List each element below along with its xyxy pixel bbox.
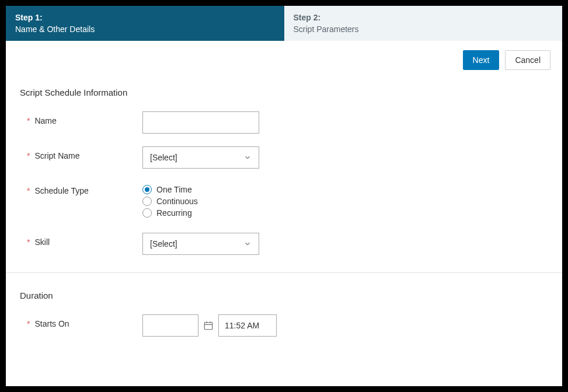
required-star: * [27, 319, 30, 328]
step2-title: Step 2: [294, 13, 553, 22]
row-schedule-type: * Schedule Type One Time Continuous Rec [20, 181, 548, 220]
schedule-type-radio-group: One Time Continuous Recurring [142, 181, 548, 218]
skill-selected: [Select] [150, 239, 243, 249]
required-star: * [27, 186, 30, 195]
start-date-input[interactable] [142, 314, 198, 337]
tab-step-1[interactable]: Step 1: Name & Other Details [6, 6, 284, 41]
skill-select[interactable]: [Select] [142, 233, 259, 255]
row-name: * Name [20, 111, 548, 134]
radio-continuous-label: Continuous [156, 197, 198, 206]
required-star: * [27, 237, 30, 247]
script-name-select[interactable]: [Select] [142, 146, 259, 169]
radio-icon [142, 208, 152, 218]
schedule-type-label: Schedule Type [34, 186, 88, 195]
script-name-label: Script Name [34, 151, 79, 160]
step2-subtitle: Script Parameters [294, 24, 553, 34]
cancel-button[interactable]: Cancel [505, 50, 550, 70]
radio-recurring-label: Recurring [156, 208, 192, 218]
section-duration: Duration * Starts On [6, 273, 562, 361]
tab-step-2[interactable]: Step 2: Script Parameters [284, 6, 563, 41]
name-input[interactable] [142, 111, 259, 134]
name-label: Name [34, 116, 56, 125]
radio-icon [142, 185, 152, 194]
radio-continuous[interactable]: Continuous [142, 197, 548, 206]
script-name-selected: [Select] [150, 153, 243, 162]
chevron-down-icon [243, 240, 252, 248]
radio-icon [142, 197, 152, 206]
required-star: * [27, 116, 30, 125]
chevron-down-icon [243, 153, 252, 162]
section-title-2: Duration [20, 290, 548, 300]
row-starts-on: * Starts On [20, 314, 548, 337]
start-time-value: 11:52 AM [225, 321, 259, 330]
next-button[interactable]: Next [463, 50, 500, 70]
start-time-input[interactable]: 11:52 AM [218, 314, 277, 337]
section-title-1: Script Schedule Information [20, 88, 548, 97]
radio-one-time[interactable]: One Time [142, 185, 548, 194]
required-star: * [27, 151, 30, 160]
step1-subtitle: Name & Other Details [15, 24, 275, 34]
radio-recurring[interactable]: Recurring [142, 208, 548, 218]
steps-header: Step 1: Name & Other Details Step 2: Scr… [6, 6, 562, 41]
action-bar: Next Cancel [6, 41, 562, 70]
step1-title: Step 1: [15, 13, 275, 22]
skill-label: Skill [34, 237, 50, 247]
radio-one-time-label: One Time [156, 185, 192, 194]
starts-on-label: Starts On [34, 319, 69, 328]
section-script-schedule: Script Schedule Information * Name * Scr… [6, 70, 562, 272]
calendar-icon[interactable] [203, 320, 214, 331]
svg-rect-0 [204, 323, 212, 330]
row-skill: * Skill [Select] [20, 233, 548, 255]
row-script-name: * Script Name [Select] [20, 146, 548, 169]
